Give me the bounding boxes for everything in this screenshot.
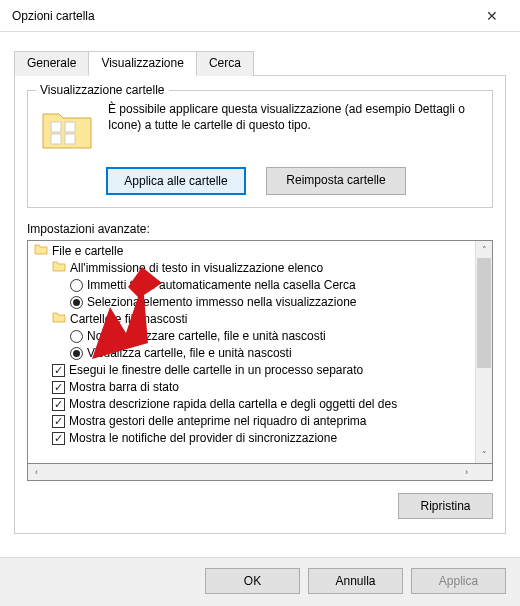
tab-view[interactable]: Visualizzazione	[88, 51, 197, 76]
tree-row-label: All'immissione di testo in visualizzazio…	[70, 260, 323, 277]
tree-row-8[interactable]: ✓Mostra barra di stato	[32, 379, 475, 396]
tree-row-6[interactable]: Visualizza cartelle, file e unità nascos…	[32, 345, 475, 362]
tree-row-label: File e cartelle	[52, 243, 123, 260]
scroll-corner	[475, 464, 492, 480]
tree-row-11[interactable]: ✓Mostra le notifiche del provider di sin…	[32, 430, 475, 447]
chevron-right-icon: ›	[465, 467, 468, 477]
tree-row-label: Mostra le notifiche del provider di sinc…	[69, 430, 337, 447]
folder-icon	[40, 101, 96, 157]
tab-general[interactable]: Generale	[14, 51, 89, 76]
tab-search[interactable]: Cerca	[196, 51, 254, 76]
cancel-button[interactable]: Annulla	[308, 568, 403, 594]
checkbox-icon: ✓	[52, 398, 65, 411]
tree-row-label: Immetti testo automaticamente nella case…	[87, 277, 356, 294]
folder-views-desc: È possibile applicare questa visualizzaz…	[108, 101, 480, 157]
restore-defaults-button[interactable]: Ripristina	[398, 493, 493, 519]
chevron-left-icon: ‹	[35, 467, 38, 477]
tree-row-label: Mostra descrizione rapida della cartella…	[69, 396, 397, 413]
vscroll-thumb[interactable]	[477, 258, 491, 368]
titlebar: Opzioni cartella ✕	[0, 0, 520, 32]
tab-strip: Generale Visualizzazione Cerca	[14, 50, 506, 76]
vscroll[interactable]: ˄ ˅	[475, 241, 492, 463]
radio-icon	[70, 330, 83, 343]
checkbox-icon: ✓	[52, 381, 65, 394]
tree-row-label: Non visualizzare cartelle, file e unità …	[87, 328, 326, 345]
tree-row-4: Cartelle e file nascosti	[32, 311, 475, 328]
tree-row-3[interactable]: Seleziona elemento immesso nella visuali…	[32, 294, 475, 311]
chevron-up-icon: ˄	[482, 245, 487, 255]
tree-row-1: All'immissione di testo in visualizzazio…	[32, 260, 475, 277]
hscroll[interactable]: ‹ ›	[27, 464, 493, 481]
checkbox-icon: ✓	[52, 415, 65, 428]
tree-row-label: Seleziona elemento immesso nella visuali…	[87, 294, 356, 311]
apply-button[interactable]: Applica	[411, 568, 506, 594]
apply-to-folders-button[interactable]: Applica alle cartelle	[106, 167, 246, 195]
tree-row-10[interactable]: ✓Mostra gestori delle anteprime nel riqu…	[32, 413, 475, 430]
scroll-left-button[interactable]: ‹	[28, 464, 45, 480]
folder-icon	[52, 311, 70, 328]
tree-row-label: Mostra barra di stato	[69, 379, 179, 396]
checkbox-icon: ✓	[52, 432, 65, 445]
radio-icon	[70, 279, 83, 292]
scroll-right-button[interactable]: ›	[458, 464, 475, 480]
tree-row-2[interactable]: Immetti testo automaticamente nella case…	[32, 277, 475, 294]
tree-row-9[interactable]: ✓Mostra descrizione rapida della cartell…	[32, 396, 475, 413]
chevron-down-icon: ˅	[482, 450, 487, 460]
svg-rect-1	[65, 122, 75, 132]
tree-row-label: Mostra gestori delle anteprime nel riqua…	[69, 413, 367, 430]
tree-row-label: Esegui le finestre delle cartelle in un …	[69, 362, 363, 379]
window-title: Opzioni cartella	[12, 9, 472, 23]
folder-icon	[34, 243, 52, 260]
svg-rect-2	[51, 134, 61, 144]
tree-row-7[interactable]: ✓Esegui le finestre delle cartelle in un…	[32, 362, 475, 379]
reset-folders-button[interactable]: Reimposta cartelle	[266, 167, 406, 195]
vscroll-track[interactable]	[476, 258, 492, 446]
dialog-button-row: OK Annulla Applica	[0, 557, 520, 606]
tree-row-label: Visualizza cartelle, file e unità nascos…	[87, 345, 292, 362]
radio-icon	[70, 347, 83, 360]
folder-views-group: Visualizzazione cartelle È possibile app…	[27, 90, 493, 208]
hscroll-track[interactable]	[45, 464, 458, 480]
tree-row-label: Cartelle e file nascosti	[70, 311, 187, 328]
folder-icon	[52, 260, 70, 277]
advanced-tree[interactable]: File e cartelleAll'immissione di testo i…	[27, 240, 493, 464]
tab-panel-view: Visualizzazione cartelle È possibile app…	[14, 76, 506, 534]
radio-icon	[70, 296, 83, 309]
ok-button[interactable]: OK	[205, 568, 300, 594]
advanced-label: Impostazioni avanzate:	[27, 222, 493, 236]
tree-row-5[interactable]: Non visualizzare cartelle, file e unità …	[32, 328, 475, 345]
close-icon: ✕	[486, 8, 498, 24]
tree-row-0: File e cartelle	[32, 243, 475, 260]
folder-views-title: Visualizzazione cartelle	[36, 83, 169, 97]
scroll-up-button[interactable]: ˄	[476, 241, 492, 258]
checkbox-icon: ✓	[52, 364, 65, 377]
svg-rect-3	[65, 134, 75, 144]
svg-rect-0	[51, 122, 61, 132]
close-button[interactable]: ✕	[472, 2, 512, 30]
scroll-down-button[interactable]: ˅	[476, 446, 492, 463]
